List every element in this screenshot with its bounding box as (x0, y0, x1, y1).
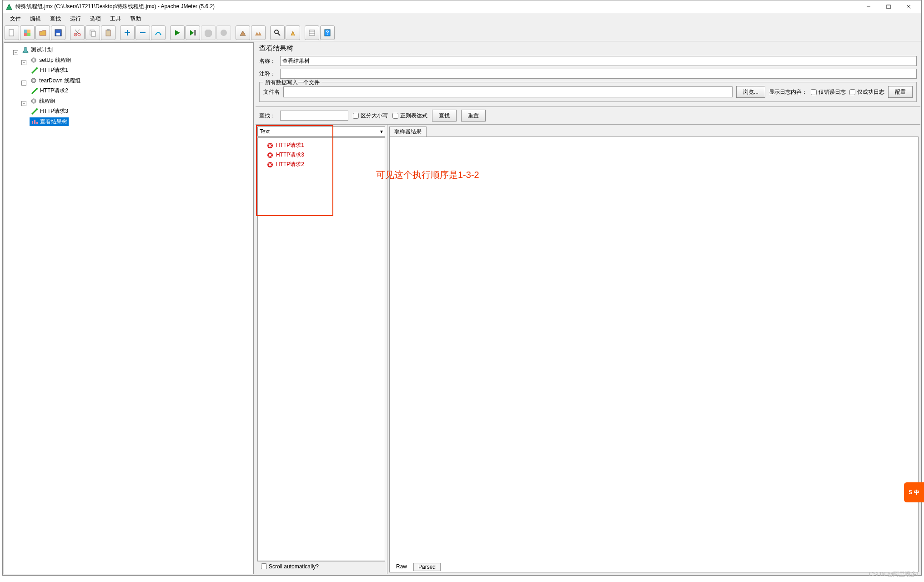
sampler-result-tab[interactable]: 取样器结果 (389, 127, 427, 137)
toolbar: ? (3, 24, 921, 41)
find-button[interactable]: 查找 (432, 110, 457, 121)
new-button[interactable] (5, 25, 19, 40)
reset-button[interactable]: 重置 (461, 110, 486, 121)
copy-button[interactable] (85, 25, 100, 40)
tree-sampler[interactable]: HTTP请求2 (30, 86, 70, 95)
menu-edit[interactable]: 编辑 (25, 14, 45, 24)
chevron-down-icon: ▾ (380, 128, 383, 135)
regex-checkbox[interactable] (392, 113, 398, 119)
errors-only-option[interactable]: 仅错误日志 (811, 88, 846, 96)
tree-teardown-group[interactable]: tearDown 线程组 (29, 76, 82, 85)
fieldset-legend: 所有数据写入一个文件 (263, 79, 321, 86)
open-button[interactable] (35, 25, 50, 40)
function-helper-button[interactable] (305, 25, 319, 40)
svg-point-24 (275, 30, 278, 34)
collapse-button[interactable] (136, 25, 150, 40)
result-detail-pane: 取样器结果 可见这个执行顺序是1-3-2 Raw Parsed (387, 125, 920, 574)
stop-button[interactable] (201, 25, 216, 40)
svg-rect-18 (107, 29, 110, 31)
menu-help[interactable]: 帮助 (126, 14, 146, 24)
filename-label: 文件名 (263, 88, 280, 96)
success-only-checkbox[interactable] (849, 89, 855, 95)
expand-button[interactable] (120, 25, 135, 40)
name-label: 名称： (259, 57, 277, 65)
menu-tools[interactable]: 工具 (105, 14, 126, 24)
minimize-button[interactable] (859, 0, 879, 13)
case-option[interactable]: 区分大小写 (353, 112, 388, 120)
success-only-option[interactable]: 仅成功日志 (849, 88, 884, 96)
tree-label: HTTP请求2 (40, 87, 68, 95)
tree-results-tree[interactable]: 查看结果树 (30, 117, 69, 126)
svg-rect-8 (27, 33, 30, 36)
tree-expander[interactable]: − (21, 81, 26, 86)
test-plan-tree[interactable]: − 测试计划 − setUp 线程组 (4, 42, 254, 574)
svg-point-32 (33, 59, 35, 61)
svg-rect-40 (32, 121, 33, 124)
search-label: 查找： (259, 112, 276, 120)
gear-icon (30, 97, 37, 105)
browse-button[interactable]: 浏览... (736, 86, 765, 98)
clear-all-button[interactable] (251, 25, 266, 40)
tree-expander[interactable]: − (21, 101, 26, 106)
menu-file[interactable]: 文件 (5, 14, 25, 24)
toggle-button[interactable] (151, 25, 166, 40)
svg-rect-6 (27, 30, 30, 33)
svg-line-25 (278, 33, 280, 35)
case-checkbox[interactable] (353, 113, 359, 119)
svg-point-36 (36, 88, 38, 90)
svg-point-38 (33, 100, 35, 102)
titlebar: 特殊线程组.jmx (C:\Users\17211\Desktop\特殊线程组.… (3, 0, 921, 13)
sample-results-tree[interactable]: HTTP请求1 HTTP请求3 HTTP请求2 (257, 137, 385, 561)
parsed-tab[interactable]: Parsed (413, 563, 441, 571)
svg-point-35 (33, 80, 35, 81)
tree-label: HTTP请求1 (40, 66, 68, 74)
svg-point-39 (36, 108, 38, 110)
tree-sampler[interactable]: HTTP请求3 (30, 107, 70, 116)
tree-thread-group[interactable]: 线程组 (29, 97, 57, 106)
raw-tab[interactable]: Raw (392, 563, 412, 571)
svg-rect-41 (34, 120, 35, 124)
name-field[interactable] (280, 56, 917, 66)
gear-icon (30, 77, 37, 84)
panel-title: 查看结果树 (256, 42, 920, 55)
scroll-auto-option[interactable]: Scroll automatically? (261, 563, 319, 570)
reset-search-button[interactable] (286, 25, 300, 40)
clear-button[interactable] (236, 25, 250, 40)
configure-button[interactable]: 配置 (888, 86, 913, 98)
tree-setup-group[interactable]: setUp 线程组 (29, 56, 73, 65)
tree-root[interactable]: 测试计划 (20, 46, 54, 54)
maximize-button[interactable] (879, 0, 899, 13)
tree-label: setUp 线程组 (39, 56, 71, 64)
search-input[interactable] (280, 111, 348, 121)
search-tree-button[interactable] (270, 25, 285, 40)
svg-text:?: ? (326, 30, 329, 36)
menu-search[interactable]: 查找 (45, 14, 65, 24)
errors-only-checkbox[interactable] (811, 89, 817, 95)
tree-label: HTTP请求3 (40, 107, 68, 115)
paste-button[interactable] (101, 25, 116, 40)
regex-option[interactable]: 正则表达式 (392, 112, 427, 120)
tree-expander[interactable]: − (21, 60, 26, 65)
comment-field[interactable] (280, 69, 917, 79)
tree-sampler[interactable]: HTTP请求1 (30, 66, 70, 75)
close-button[interactable] (899, 0, 919, 13)
svg-rect-10 (56, 33, 60, 35)
shutdown-button[interactable] (216, 25, 231, 40)
run-button[interactable] (170, 25, 185, 40)
annotation-text: 可见这个执行顺序是1-3-2 (376, 169, 479, 181)
filename-field[interactable] (283, 86, 733, 97)
menu-options[interactable]: 选项 (85, 14, 105, 24)
tree-expander[interactable]: − (13, 50, 18, 55)
templates-button[interactable] (20, 25, 35, 40)
log-label: 显示日志内容： (769, 88, 807, 96)
flask-icon (22, 46, 29, 54)
tree-label: 查看结果树 (40, 118, 67, 126)
save-button[interactable] (51, 25, 65, 40)
menu-run[interactable]: 运行 (65, 14, 85, 24)
scroll-auto-checkbox[interactable] (261, 563, 267, 569)
svg-rect-26 (309, 30, 315, 35)
cut-button[interactable] (70, 25, 85, 40)
ime-indicator[interactable]: S 中 (904, 482, 924, 502)
run-no-pause-button[interactable] (186, 25, 200, 40)
help-button[interactable]: ? (320, 25, 335, 40)
